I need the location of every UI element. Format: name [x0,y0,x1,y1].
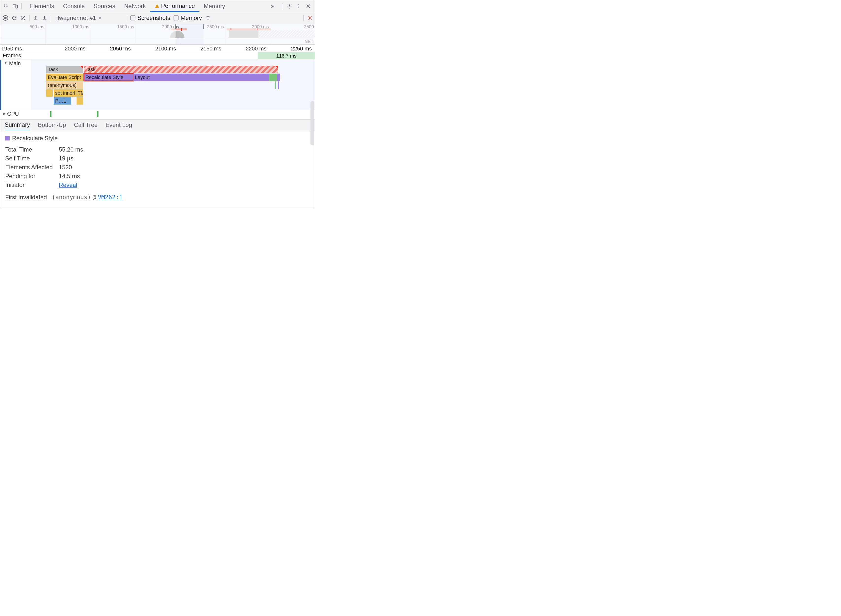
close-devtools-icon[interactable] [306,3,311,9]
svg-rect-4 [157,7,157,7]
tab-performance[interactable]: Performance [150,0,199,12]
performance-toolbar: jlwagner.net #1 ▾ Screenshots Memory [0,12,315,24]
summary-value-initiator-link[interactable]: Reveal [59,182,77,188]
memory-label: Memory [181,15,202,21]
overview-unselected-left [0,24,175,44]
details-tab-bottom-up[interactable]: Bottom-Up [38,120,66,130]
capture-settings-gear-icon[interactable] [307,15,312,21]
overview-gridline [315,24,315,44]
flame-bar-anonymous[interactable]: (anonymous) [46,81,83,89]
ruler-tick: 2150 ms [200,45,221,52]
flame-sliver[interactable] [275,81,276,89]
svg-point-8 [298,7,299,8]
tab-network[interactable]: Network [120,0,150,12]
record-button-icon[interactable] [3,15,8,21]
main-lane: ▼ Main TaskTaskEvaluate ScriptRecalculat… [0,60,315,110]
tabs-overflow[interactable]: » [267,3,279,10]
summary-key-total-time: Total Time [5,146,54,153]
summary-value-self-time: 19 µs [59,155,74,162]
tab-label: Network [124,3,146,10]
main-lane-label: Main [9,60,21,67]
summary-panel: Recalculate Style Total Time55.20 msSelf… [0,131,315,208]
screenshots-checkbox[interactable]: Screenshots [131,15,170,21]
load-profile-icon[interactable] [33,15,38,21]
memory-checkbox[interactable]: Memory [173,15,202,21]
overview-unselected-right [204,24,315,44]
save-profile-icon[interactable] [42,15,47,21]
ruler-tick: 1950 ms [1,45,22,52]
summary-value-elements-affected: 1520 [59,164,72,171]
flame-bar-task[interactable]: Task [84,66,278,73]
vertical-scrollbar[interactable] [310,101,315,145]
flame-bar-evaluate-script[interactable]: Evaluate Script [46,73,83,81]
profile-selector[interactable]: jlwagner.net #1 ▾ [54,15,124,21]
details-tab-call-tree[interactable]: Call Tree [74,120,97,130]
overview-handle-left[interactable] [175,24,176,29]
flame-bar-set-innerhtml[interactable]: set innerHTML [54,89,83,97]
kebab-menu-icon[interactable] [296,3,301,9]
flame-sliver[interactable] [278,81,279,89]
checkbox-box-icon [131,16,135,21]
event-color-swatch [5,136,10,141]
svg-rect-3 [157,5,157,6]
summary-key-self-time: Self Time [5,155,54,162]
gpu-lane: ▶ GPU [0,110,315,120]
garbage-collect-icon[interactable] [205,15,211,21]
svg-point-6 [298,4,299,5]
checkbox-box-icon [173,16,178,21]
svg-rect-2 [16,5,18,8]
ruler-tick: 2050 ms [110,45,131,52]
timeline-lanes: Frames 116.7 ms ▼ Main TaskTaskEvaluate … [0,52,315,120]
summary-value-total-time: 55.20 ms [59,146,83,153]
separator [21,3,22,9]
overview-handle-right[interactable] [203,24,204,29]
overview-long-task-marker [181,28,182,31]
summary-title: Recalculate Style [12,135,57,142]
disclosure-triangle-icon[interactable]: ▼ [4,60,7,65]
flame-bar-recalculate-style[interactable]: Recalculate Style [84,73,134,81]
device-toolbar-icon[interactable] [13,3,18,9]
ruler-tick: 2200 ms [246,45,266,52]
devtools-tabstrip: ElementsConsoleSourcesNetworkPerformance… [0,0,315,12]
tab-label: Elements [29,3,54,10]
separator [303,15,304,21]
first-invalidated-label: First Invalidated [5,194,47,201]
gpu-tick[interactable] [50,111,51,117]
svg-point-10 [309,17,310,19]
summary-value-pending-for: 14.5 ms [59,173,80,180]
first-invalidated-fn: (anonymous) [52,194,91,201]
first-invalidated-source-link[interactable]: VM262:1 [98,194,123,201]
flame-bar-p-l[interactable]: P…L [54,97,71,104]
tab-memory[interactable]: Memory [199,0,230,12]
details-tab-summary[interactable]: Summary [5,120,30,131]
details-tab-event-log[interactable]: Event Log [105,120,132,130]
frame-chip[interactable]: 116.7 ms [258,53,315,59]
gpu-tick[interactable] [97,111,99,117]
timeline-overview[interactable]: 500 ms1000 ms1500 ms2000 ms2500 ms3000 m… [0,24,315,44]
inspect-element-icon[interactable] [4,3,9,9]
tab-elements[interactable]: Elements [25,0,59,12]
tab-label: Console [63,3,85,10]
tab-label: Memory [204,3,225,10]
flame-bar[interactable] [76,97,83,104]
timeline-ruler[interactable]: 1950 ms2000 ms2050 ms2100 ms2150 ms2200 … [0,44,315,52]
tab-label: Sources [94,3,115,10]
profile-selector-label: jlwagner.net #1 [56,15,96,21]
long-task-notch-icon [275,66,278,69]
summary-key-pending-for: Pending for [5,173,54,180]
tab-label: Performance [161,3,195,9]
settings-gear-icon[interactable] [287,3,292,9]
caret-down-icon: ▾ [99,15,101,21]
flame-bar-task[interactable]: Task [46,66,83,73]
flame-bar-layout[interactable]: Layout [134,73,269,81]
flame-bar[interactable] [277,73,280,81]
clear-icon[interactable] [21,15,26,21]
tab-sources[interactable]: Sources [89,0,120,12]
flame-bar[interactable] [46,89,53,97]
disclosure-triangle-icon[interactable]: ▶ [3,111,6,116]
frames-lane: Frames 116.7 ms [0,52,315,60]
reload-icon[interactable] [12,15,17,21]
flame-bar[interactable] [269,73,275,81]
ruler-tick: 2000 ms [65,45,85,52]
tab-console[interactable]: Console [59,0,89,12]
